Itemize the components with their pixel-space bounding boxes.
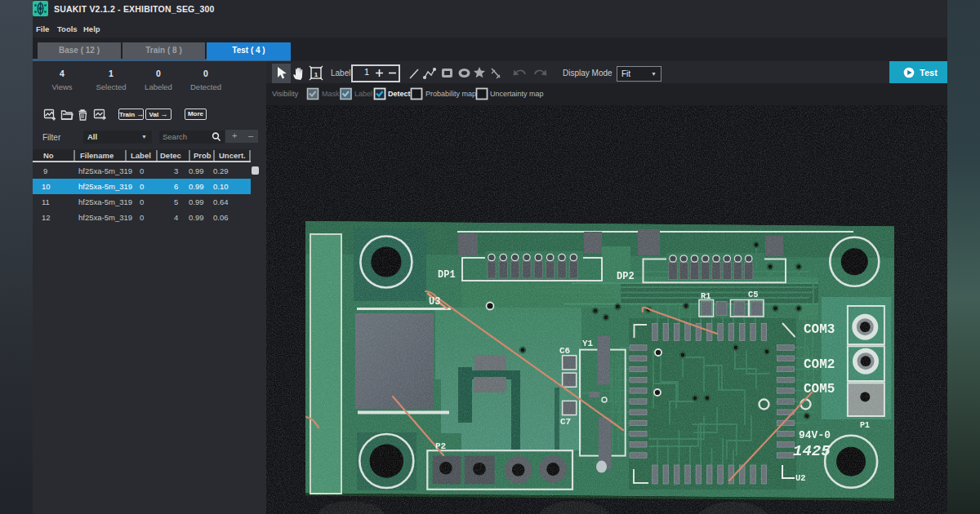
svg-text:1: 1 — [314, 71, 318, 78]
svg-text:Test: Test — [920, 68, 938, 78]
